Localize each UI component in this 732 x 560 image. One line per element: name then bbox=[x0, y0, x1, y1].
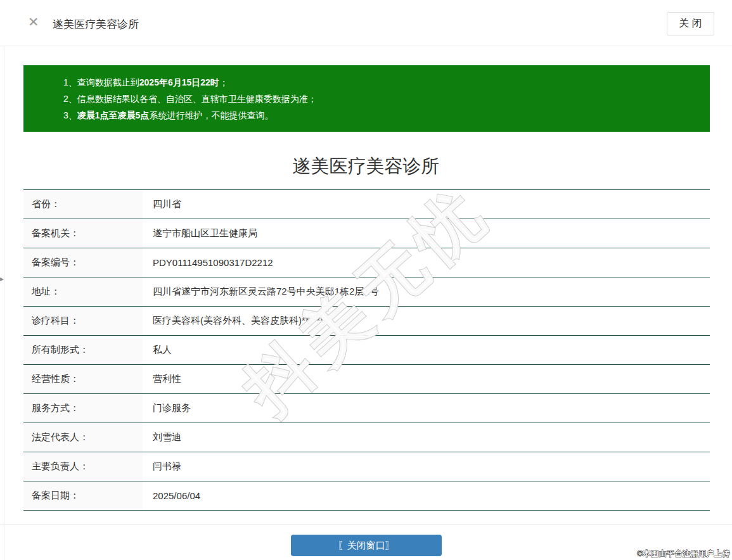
notice-banner: 1、查询数据截止到2025年6月15日22时； 2、信息数据结果以各省、自治区、… bbox=[23, 65, 710, 132]
row-label: 地址： bbox=[23, 277, 143, 306]
notice-line-1-text: 查询数据截止到 bbox=[77, 77, 139, 87]
row-value: 遂宁市船山区卫生健康局 bbox=[143, 227, 710, 239]
row-label: 主要负责人： bbox=[23, 452, 143, 481]
table-row-filing-date: 备案日期： 2025/06/04 bbox=[23, 481, 710, 511]
row-label: 备案机关： bbox=[23, 219, 143, 248]
row-value: 闫书禄 bbox=[143, 461, 710, 473]
row-value: PDY01114951090317D2212 bbox=[143, 257, 710, 268]
window-header: ✕ 遂美医疗美容诊所 关 闭 bbox=[0, 0, 732, 46]
table-row-main-person-in-charge: 主要负责人： 闫书禄 bbox=[23, 452, 710, 481]
row-value: 四川省遂宁市河东新区灵云路72号中央美邸1栋2层1号 bbox=[143, 286, 710, 298]
table-row-filing-authority: 备案机关： 遂宁市船山区卫生健康局 bbox=[23, 219, 710, 248]
row-label: 诊疗科目： bbox=[23, 307, 143, 335]
notice-line-1: 1、查询数据截止到2025年6月15日22时； bbox=[63, 74, 697, 91]
table-row-province: 省份： 四川省 bbox=[23, 190, 710, 219]
close-window-button[interactable]: 〖关闭窗口〗 bbox=[291, 535, 442, 556]
row-label: 所有制形式： bbox=[23, 336, 143, 364]
copyright-watermark-text: ©本图由平台注册用户上传 bbox=[637, 549, 730, 559]
close-icon[interactable]: ✕ bbox=[28, 15, 39, 29]
notice-line-3-bold: 凌晨1点至凌晨5点 bbox=[77, 110, 150, 120]
table-row-business-nature: 经营性质： 营利性 bbox=[23, 365, 710, 394]
row-label: 省份： bbox=[23, 190, 143, 219]
table-row-legal-representative: 法定代表人： 刘雪迪 bbox=[23, 423, 710, 452]
row-label: 法定代表人： bbox=[23, 423, 143, 452]
notice-line-2: 2、信息数据结果以各省、自治区、直辖市卫生健康委数据为准； bbox=[63, 91, 697, 107]
row-value: 四川省 bbox=[143, 198, 710, 210]
footer-bar: 〖关闭窗口〗 ©本图由平台注册用户上传 bbox=[0, 525, 732, 560]
row-label: 经营性质： bbox=[23, 365, 143, 393]
row-value: 门诊服务 bbox=[143, 402, 710, 414]
row-value: 刘雪迪 bbox=[143, 431, 710, 443]
record-detail-page: ▸ ✕ 遂美医疗美容诊所 关 闭 1、查询数据截止到2025年6月15日22时；… bbox=[0, 0, 732, 560]
record-info-table: 省份： 四川省 备案机关： 遂宁市船山区卫生健康局 备案编号： PDY01114… bbox=[23, 189, 710, 511]
row-label: 备案日期： bbox=[23, 481, 143, 510]
row-value: 私人 bbox=[143, 344, 710, 356]
table-row-ownership: 所有制形式： 私人 bbox=[23, 336, 710, 365]
notice-line-2-text: 信息数据结果以各省、自治区、直辖市卫生健康委数据为准； bbox=[77, 94, 317, 104]
panel-edge-divider bbox=[4, 0, 4, 560]
row-value: 医疗美容科(美容外科、美容皮肤科)****** bbox=[143, 315, 710, 327]
notice-line-3-text: 系统进行维护，不能提供查询。 bbox=[149, 110, 273, 120]
notice-line-1-number: 1、 bbox=[63, 77, 77, 87]
notice-line-1-bold: 2025年6月15日22时 bbox=[139, 77, 219, 87]
row-label: 备案编号： bbox=[23, 248, 143, 277]
header-close-button[interactable]: 关 闭 bbox=[667, 12, 714, 35]
notice-line-2-number: 2、 bbox=[63, 94, 77, 104]
notice-line-3-number: 3、 bbox=[63, 110, 77, 120]
window-title: 遂美医疗美容诊所 bbox=[53, 17, 139, 32]
row-value: 营利性 bbox=[143, 373, 710, 385]
row-label: 服务方式： bbox=[23, 394, 143, 423]
panel-collapse-arrow-icon[interactable]: ▸ bbox=[0, 274, 4, 283]
table-row-address: 地址： 四川省遂宁市河东新区灵云路72号中央美邸1栋2层1号 bbox=[23, 277, 710, 307]
notice-line-3: 3、凌晨1点至凌晨5点系统进行维护，不能提供查询。 bbox=[63, 107, 697, 124]
table-row-medical-subjects: 诊疗科目： 医疗美容科(美容外科、美容皮肤科)****** bbox=[23, 307, 710, 336]
notice-line-1-end: ； bbox=[219, 77, 228, 87]
clinic-name-title: 遂美医疗美容诊所 bbox=[0, 153, 732, 179]
table-row-filing-number: 备案编号： PDY01114951090317D2212 bbox=[23, 248, 710, 277]
table-row-service-mode: 服务方式： 门诊服务 bbox=[23, 394, 710, 423]
row-value: 2025/06/04 bbox=[143, 490, 710, 501]
